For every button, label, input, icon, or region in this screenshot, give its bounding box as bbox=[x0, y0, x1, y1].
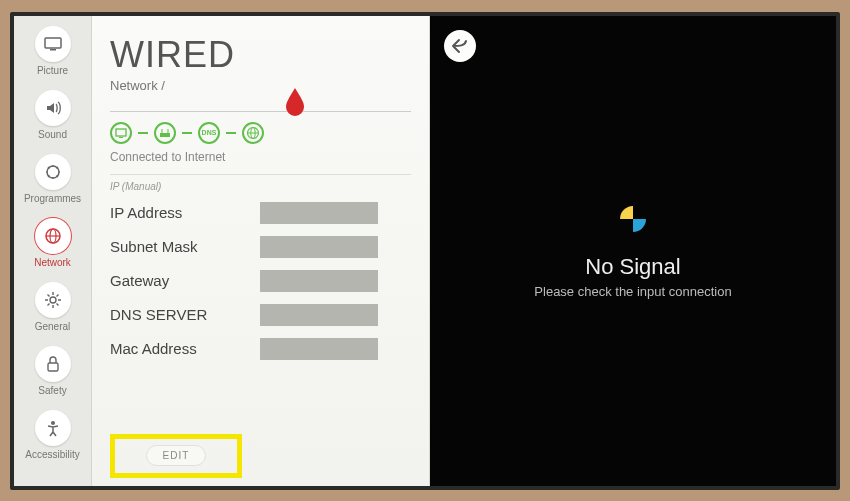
lock-icon bbox=[35, 346, 71, 382]
back-button[interactable] bbox=[444, 30, 476, 62]
ip-address-value bbox=[260, 202, 378, 224]
svg-point-6 bbox=[50, 297, 56, 303]
network-icon bbox=[35, 218, 71, 254]
breadcrumb: Network / bbox=[110, 78, 411, 93]
dns-server-value bbox=[260, 304, 378, 326]
tv-display-area: No Signal Please check the input connect… bbox=[430, 16, 836, 486]
field-label: DNS SERVER bbox=[110, 306, 260, 323]
field-label: Mac Address bbox=[110, 340, 260, 357]
field-row-ip: IP Address bbox=[110, 200, 411, 226]
edit-button[interactable]: EDIT bbox=[146, 445, 207, 466]
tv-frame: Picture Sound Programmes Network General bbox=[10, 12, 840, 490]
sidebar-item-label: Safety bbox=[38, 385, 66, 396]
sidebar-item-label: General bbox=[35, 321, 71, 332]
svg-rect-9 bbox=[116, 129, 126, 136]
field-row-subnet: Subnet Mask bbox=[110, 234, 411, 260]
svg-rect-0 bbox=[45, 38, 61, 48]
sidebar-item-sound[interactable]: Sound bbox=[14, 86, 91, 150]
field-row-mac: Mac Address bbox=[110, 336, 411, 362]
picture-icon bbox=[35, 26, 71, 62]
sidebar-item-label: Picture bbox=[37, 65, 68, 76]
svg-point-8 bbox=[51, 421, 55, 425]
sidebar-item-programmes[interactable]: Programmes bbox=[14, 150, 91, 214]
no-signal-title: No Signal bbox=[585, 254, 680, 280]
sound-icon bbox=[35, 90, 71, 126]
svg-rect-10 bbox=[119, 137, 123, 138]
drop-icon bbox=[282, 86, 308, 120]
sidebar-item-general[interactable]: General bbox=[14, 278, 91, 342]
status-connector bbox=[226, 132, 236, 134]
svg-rect-7 bbox=[48, 363, 58, 371]
globe-status-icon bbox=[242, 122, 264, 144]
settings-sidebar: Picture Sound Programmes Network General bbox=[14, 16, 92, 486]
no-signal-subtitle: Please check the input connection bbox=[534, 284, 731, 299]
sidebar-item-accessibility[interactable]: Accessibility bbox=[14, 406, 91, 470]
sidebar-item-label: Network bbox=[34, 257, 71, 268]
field-row-gateway: Gateway bbox=[110, 268, 411, 294]
connection-status-text: Connected to Internet bbox=[110, 150, 411, 164]
svg-rect-11 bbox=[160, 133, 170, 137]
connection-status-chain: DNS bbox=[110, 122, 411, 144]
sidebar-item-label: Sound bbox=[38, 129, 67, 140]
back-arrow-icon bbox=[451, 38, 469, 54]
no-signal-icon bbox=[616, 202, 650, 240]
tv-status-icon bbox=[110, 122, 132, 144]
highlight-box: EDIT bbox=[110, 434, 242, 478]
field-label: IP Address bbox=[110, 204, 260, 221]
sidebar-item-label: Accessibility bbox=[25, 449, 79, 460]
gateway-value bbox=[260, 270, 378, 292]
field-label: Gateway bbox=[110, 272, 260, 289]
programmes-icon bbox=[35, 154, 71, 190]
svg-rect-1 bbox=[50, 49, 56, 51]
status-connector bbox=[138, 132, 148, 134]
subnet-mask-value bbox=[260, 236, 378, 258]
router-status-icon bbox=[154, 122, 176, 144]
page-title: WIRED bbox=[110, 34, 411, 76]
divider bbox=[110, 111, 411, 112]
accessibility-icon bbox=[35, 410, 71, 446]
sidebar-item-safety[interactable]: Safety bbox=[14, 342, 91, 406]
ip-mode-label: IP (Manual) bbox=[110, 174, 411, 192]
gear-icon bbox=[35, 282, 71, 318]
sidebar-item-label: Programmes bbox=[24, 193, 81, 204]
status-connector bbox=[182, 132, 192, 134]
dns-status-icon: DNS bbox=[198, 122, 220, 144]
field-row-dns: DNS SERVER bbox=[110, 302, 411, 328]
mac-address-value bbox=[260, 338, 378, 360]
sidebar-item-picture[interactable]: Picture bbox=[14, 22, 91, 86]
network-settings-panel: WIRED Network / DNS Connected to Interne… bbox=[92, 16, 430, 486]
field-label: Subnet Mask bbox=[110, 238, 260, 255]
sidebar-item-network[interactable]: Network bbox=[14, 214, 91, 278]
